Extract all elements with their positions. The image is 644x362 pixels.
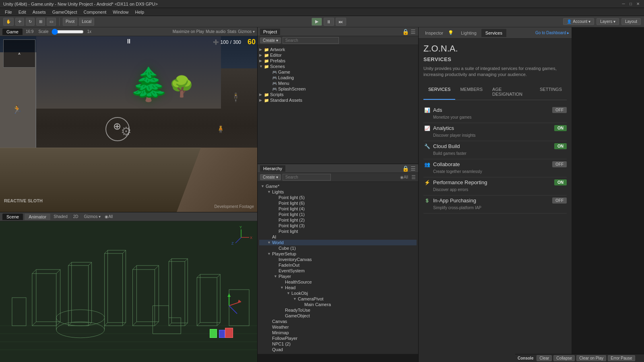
hierarchy-row-followplayer[interactable]: FollowPlayer bbox=[259, 335, 417, 341]
hierarchy-row-playersetup[interactable]: ▼ PlayerSetup bbox=[259, 251, 417, 257]
tree-item-prefabs[interactable]: ▶ 📁 Prefabs bbox=[259, 58, 417, 64]
services-nav-members[interactable]: MEMBERS bbox=[455, 84, 487, 100]
go-dashboard-link[interactable]: Go to Dashboard ▸ bbox=[535, 31, 569, 35]
hierarchy-row-gameobject[interactable]: GameObject bbox=[259, 313, 417, 319]
animator-tab[interactable]: Animator bbox=[25, 214, 50, 220]
project-tab[interactable]: Project bbox=[260, 29, 280, 35]
rotate-tool[interactable]: ↻ bbox=[26, 18, 35, 26]
tree-item-scene-menu[interactable]: 🎮 Menu bbox=[259, 80, 417, 86]
hierarchy-menu[interactable]: ☰ bbox=[411, 165, 416, 172]
hierarchy-row-healthsource[interactable]: HealthSource bbox=[259, 279, 417, 285]
hierarchy-row-pointlight5[interactable]: Point light (5) bbox=[259, 195, 417, 200]
menu-file[interactable]: File bbox=[2, 10, 15, 14]
performance-toggle[interactable]: ON bbox=[554, 179, 567, 185]
cloudbuild-toggle[interactable]: ON bbox=[554, 143, 567, 149]
stats-btn[interactable]: Stats bbox=[227, 29, 237, 34]
step-button[interactable]: ⏭ bbox=[336, 18, 346, 26]
console-error-pause-btn[interactable]: Error Pause bbox=[608, 355, 635, 361]
hierarchy-row-lookobj[interactable]: ▼ LookObj bbox=[259, 290, 417, 296]
ads-toggle[interactable]: OFF bbox=[552, 107, 567, 113]
mute-audio[interactable]: Mute audio bbox=[206, 29, 225, 34]
hierarchy-row-player[interactable]: ▼ Player bbox=[259, 274, 417, 279]
services-nav-settings[interactable]: SETTINGS bbox=[535, 84, 567, 100]
services-nav-age[interactable]: AGE DESIGNATION bbox=[487, 84, 535, 100]
lighting-tab[interactable]: Lighting bbox=[457, 29, 481, 37]
iap-toggle[interactable]: OFF bbox=[552, 197, 567, 204]
pause-button[interactable]: ⏸ bbox=[324, 18, 334, 26]
tree-item-scene-splash[interactable]: 🎮 SplashScreen bbox=[259, 86, 417, 92]
hierarchy-row-pointlight4[interactable]: Point light (4) bbox=[259, 206, 417, 212]
menu-assets[interactable]: Assets bbox=[29, 10, 49, 14]
hierarchy-row-eventsystem[interactable]: EventSystem bbox=[259, 268, 417, 274]
hierarchy-all-btn[interactable]: ◉All bbox=[400, 175, 408, 179]
pivot-button[interactable]: Pivot bbox=[63, 18, 77, 26]
hierarchy-row-head[interactable]: ▼ Head bbox=[259, 285, 417, 290]
move-tool[interactable]: ✛ bbox=[15, 18, 24, 26]
hierarchy-create-btn[interactable]: Create ▾ bbox=[260, 174, 281, 180]
hierarchy-sort[interactable]: ☰ bbox=[411, 175, 416, 180]
tree-item-scene-game[interactable]: 🎮 Game bbox=[259, 69, 417, 75]
scale-slider[interactable] bbox=[52, 29, 84, 34]
hierarchy-row-world[interactable]: ▼ World bbox=[259, 240, 417, 245]
account-button[interactable]: 👤 Account ▾ bbox=[563, 18, 594, 25]
hierarchy-row-pointlight2[interactable]: Point light (2) bbox=[259, 217, 417, 223]
hierarchy-row-ai[interactable]: AI bbox=[259, 234, 417, 240]
menu-component[interactable]: Component bbox=[80, 10, 109, 14]
2d-toggle[interactable]: 2D bbox=[72, 214, 80, 219]
hierarchy-row-pointlight[interactable]: Point light bbox=[259, 228, 417, 234]
minimize-button[interactable]: ─ bbox=[621, 1, 626, 7]
close-button[interactable]: ✕ bbox=[635, 1, 641, 7]
shaded-select[interactable]: Shaded bbox=[54, 214, 67, 219]
hierarchy-row-npc1-2[interactable]: NPC1 (2) bbox=[259, 341, 417, 347]
menu-help[interactable]: Help bbox=[132, 10, 147, 14]
menu-edit[interactable]: Edit bbox=[15, 10, 29, 14]
gizmos-btn[interactable]: Gizmos ▾ bbox=[238, 29, 255, 34]
hierarchy-row-weather[interactable]: Weather bbox=[259, 324, 417, 330]
maximize-button[interactable]: □ bbox=[628, 1, 634, 7]
menu-window[interactable]: Window bbox=[109, 10, 132, 14]
scene-all[interactable]: ◉All bbox=[105, 214, 113, 219]
hierarchy-row-lights[interactable]: ▼ Lights bbox=[259, 189, 417, 195]
menu-gameobject[interactable]: GameObject bbox=[49, 10, 80, 14]
services-nav-services[interactable]: SERVICES bbox=[423, 84, 455, 100]
console-clear-btn[interactable]: Clear bbox=[537, 355, 552, 361]
hierarchy-row-fadeinout[interactable]: FadeInOut bbox=[259, 262, 417, 268]
tree-item-standard-assets[interactable]: ▶ 📁 Standard Assets bbox=[259, 97, 417, 103]
project-create-btn[interactable]: Create ▾ bbox=[260, 37, 281, 43]
maximize-on-play[interactable]: Maximize on Play bbox=[173, 29, 204, 34]
hierarchy-lock[interactable]: 🔒 bbox=[402, 165, 409, 172]
scene-canvas[interactable]: X Y Z bbox=[0, 221, 257, 362]
hierarchy-row-pointlight3[interactable]: Point light (3) bbox=[259, 223, 417, 228]
analytics-toggle[interactable]: ON bbox=[554, 125, 567, 131]
collaborate-toggle[interactable]: OFF bbox=[552, 161, 567, 167]
hierarchy-row-quad[interactable]: Quad bbox=[259, 347, 417, 352]
services-tab[interactable]: Services bbox=[481, 29, 506, 37]
hierarchy-row-readytouse[interactable]: ReadyToUse bbox=[259, 307, 417, 313]
hierarchy-row-maincamera[interactable]: Main Camera bbox=[259, 302, 417, 307]
hierarchy-row-canvas[interactable]: Canvas bbox=[259, 319, 417, 324]
layers-button[interactable]: Layers ▾ bbox=[597, 18, 619, 25]
local-button[interactable]: Local bbox=[79, 18, 94, 26]
hierarchy-search[interactable] bbox=[283, 174, 331, 181]
layout-button[interactable]: Layout bbox=[621, 18, 641, 25]
console-collapse-btn[interactable]: Collapse bbox=[553, 355, 575, 361]
console-clear-on-play-btn[interactable]: Clear on Play bbox=[576, 355, 606, 361]
hierarchy-row-pointlight6[interactable]: Point light (6) bbox=[259, 200, 417, 206]
tree-item-scenes[interactable]: ▼ 📁 Scenes bbox=[259, 64, 417, 69]
tree-item-artwork[interactable]: ▶ 📁 Artwork bbox=[259, 47, 417, 52]
hierarchy-row-cube1[interactable]: Cube (1) bbox=[259, 245, 417, 251]
hierarchy-row-inventorycanvas[interactable]: InventoryCanvas bbox=[259, 257, 417, 262]
inspector-tab[interactable]: Inspector bbox=[421, 29, 447, 37]
hierarchy-row-pointlight1[interactable]: Point light (1) bbox=[259, 212, 417, 217]
hierarchy-row-camerapivot[interactable]: ▼ CameraPivot bbox=[259, 296, 417, 302]
hierarchy-tab[interactable]: Hierarchy bbox=[260, 165, 285, 172]
hierarchy-row-game[interactable]: ▼ Game* bbox=[259, 183, 417, 189]
play-button[interactable]: ▶ bbox=[312, 18, 322, 26]
tree-item-editor[interactable]: ▶ 📁 Editor bbox=[259, 52, 417, 58]
tree-item-scene-loading[interactable]: 🎮 Loading bbox=[259, 75, 417, 80]
scale-tool[interactable]: ⊞ bbox=[36, 18, 45, 26]
hand-tool[interactable]: ✋ bbox=[3, 18, 14, 26]
scene-tab[interactable]: Scene bbox=[2, 214, 23, 220]
rect-tool[interactable]: ▭ bbox=[47, 18, 56, 26]
hierarchy-row-minimap[interactable]: Minimap bbox=[259, 330, 417, 335]
